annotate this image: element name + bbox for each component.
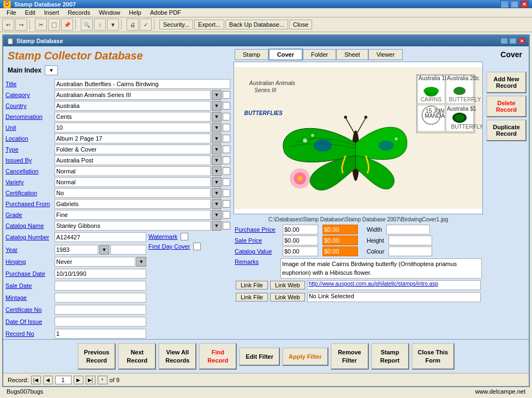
issued-by-checkbox[interactable] bbox=[223, 156, 230, 164]
certification-label[interactable]: Certification bbox=[5, 190, 53, 196]
menu-help[interactable]: Help bbox=[124, 8, 146, 17]
unit-dropdown[interactable]: ▼ bbox=[212, 123, 222, 132]
type-dropdown[interactable]: ▼ bbox=[212, 144, 222, 154]
certification-dropdown[interactable]: ▼ bbox=[212, 188, 222, 198]
tab-stamp[interactable]: Stamp bbox=[235, 49, 268, 60]
tab-folder[interactable]: Folder bbox=[303, 49, 336, 60]
year-input[interactable] bbox=[55, 245, 98, 255]
catalog-value-highlight[interactable]: $0.00 bbox=[322, 246, 358, 256]
title-label[interactable]: Title bbox=[5, 81, 53, 87]
type-checkbox[interactable] bbox=[223, 146, 230, 153]
menu-adobe[interactable]: Adobe PDF bbox=[146, 8, 186, 17]
first-day-cover-label[interactable]: First Day Cover bbox=[148, 243, 190, 250]
grade-value[interactable]: Fine bbox=[55, 210, 211, 220]
unit-checkbox[interactable] bbox=[223, 124, 230, 131]
watermark-checkbox[interactable] bbox=[181, 233, 188, 240]
record-no-input[interactable] bbox=[55, 329, 146, 339]
find-record-btn[interactable]: Find Record bbox=[199, 343, 237, 370]
link-file-btn-2[interactable]: Link File bbox=[236, 293, 268, 301]
next-record-btn[interactable]: Next Record bbox=[118, 343, 156, 370]
print-btn[interactable]: 🖨 bbox=[127, 19, 139, 31]
category-label[interactable]: Category bbox=[5, 92, 53, 98]
remove-filter-btn[interactable]: Remove Filter bbox=[331, 343, 369, 370]
hinging-label[interactable]: Hinging bbox=[5, 258, 53, 265]
height-label[interactable]: Height bbox=[367, 237, 384, 244]
record-no-label[interactable]: Record No bbox=[5, 330, 53, 337]
purchase-price-label[interactable]: Purchase Price bbox=[235, 226, 278, 233]
spellcheck-btn[interactable]: ✓ bbox=[140, 19, 152, 31]
location-label[interactable]: Location bbox=[5, 135, 53, 142]
location-dropdown[interactable]: ▼ bbox=[212, 134, 222, 143]
delete-record-btn[interactable]: Delete Record bbox=[486, 95, 527, 117]
hinging-dropdown[interactable]: ▼ bbox=[136, 257, 146, 267]
colour-value[interactable] bbox=[388, 246, 432, 256]
denomination-value[interactable]: Cents bbox=[55, 112, 211, 122]
cancellation-checkbox[interactable] bbox=[223, 167, 230, 175]
sale-price-label[interactable]: Sale Price bbox=[235, 237, 278, 244]
inner-minimize-btn[interactable]: _ bbox=[500, 38, 508, 44]
sale-date-label[interactable]: Sale Date bbox=[5, 282, 53, 289]
catalog-number-label[interactable]: Catalog Number bbox=[5, 234, 53, 240]
issued-by-label[interactable]: Issued By bbox=[5, 157, 53, 164]
catalog-name-label[interactable]: Catalog Name bbox=[5, 222, 53, 229]
toolbar-close-btn[interactable]: Close bbox=[289, 20, 312, 29]
certification-value[interactable]: No bbox=[55, 188, 211, 198]
colour-label[interactable]: Colour bbox=[367, 248, 384, 255]
unit-value[interactable]: 10 bbox=[55, 123, 211, 132]
view-all-records-btn[interactable]: View All Records bbox=[158, 343, 196, 370]
certificate-no-label[interactable]: Certificate No bbox=[5, 306, 53, 313]
grade-label[interactable]: Grade bbox=[5, 212, 53, 218]
catalog-name-checkbox[interactable] bbox=[223, 222, 230, 230]
catalog-number-input[interactable] bbox=[55, 232, 146, 242]
purchase-date-label[interactable]: Purchase Date bbox=[5, 270, 53, 277]
security-btn[interactable]: Security... bbox=[159, 20, 193, 29]
grade-checkbox[interactable] bbox=[223, 211, 230, 219]
country-value[interactable]: Australia bbox=[55, 101, 211, 111]
variety-label[interactable]: Variety bbox=[5, 179, 53, 185]
add-new-record-btn[interactable]: Add New Record bbox=[486, 71, 527, 93]
export-btn[interactable]: Export... bbox=[194, 20, 224, 29]
purchase-price-highlight[interactable]: $0.00 bbox=[322, 225, 358, 234]
remarks-value[interactable]: Image of the male Cairns Birdwing butter… bbox=[280, 258, 482, 279]
watermark-label[interactable]: Watermark bbox=[148, 233, 177, 240]
year-extra-input[interactable] bbox=[110, 245, 146, 255]
close-btn[interactable]: ✕ bbox=[520, 1, 529, 8]
record-new-btn[interactable]: * bbox=[98, 376, 107, 384]
record-current-input[interactable] bbox=[55, 376, 71, 384]
category-value[interactable]: Australian Animals Series III bbox=[55, 90, 211, 100]
purchased-from-dropdown[interactable]: ▼ bbox=[212, 199, 222, 209]
paste-btn[interactable]: 📌 bbox=[61, 19, 73, 31]
minimize-btn[interactable]: _ bbox=[500, 1, 509, 8]
cancellation-dropdown[interactable]: ▼ bbox=[212, 166, 222, 176]
date-of-issue-input[interactable] bbox=[55, 317, 146, 327]
apply-filter-btn[interactable]: Apply Filter bbox=[282, 347, 328, 366]
mintage-input[interactable] bbox=[55, 293, 146, 303]
location-checkbox[interactable] bbox=[223, 135, 230, 142]
category-dropdown[interactable]: ▼ bbox=[212, 90, 222, 100]
catalog-value-label[interactable]: Catalog Value bbox=[235, 248, 278, 255]
record-last-btn[interactable]: ▶| bbox=[86, 376, 95, 384]
certificate-no-input[interactable] bbox=[55, 305, 146, 315]
grade-dropdown[interactable]: ▼ bbox=[212, 210, 222, 220]
record-first-btn[interactable]: |◀ bbox=[31, 376, 41, 384]
date-of-issue-label[interactable]: Date Of Issue bbox=[5, 318, 53, 325]
cancellation-value[interactable]: Normal bbox=[55, 166, 211, 176]
location-value[interactable]: Album 2 Page 17 bbox=[55, 134, 211, 143]
tab-cover[interactable]: Cover bbox=[268, 49, 303, 61]
variety-value[interactable]: Normal bbox=[55, 177, 211, 187]
width-label[interactable]: Width bbox=[367, 226, 382, 233]
record-next-btn[interactable]: ▶ bbox=[74, 376, 83, 384]
close-form-btn[interactable]: Close This Form bbox=[411, 343, 455, 370]
variety-dropdown[interactable]: ▼ bbox=[212, 177, 222, 187]
inner-close-btn[interactable]: ✕ bbox=[518, 38, 525, 44]
link-url-1[interactable]: http://www.auspost.com.au/philatelic/sta… bbox=[307, 280, 481, 290]
link-web-btn-2[interactable]: Link Web bbox=[270, 293, 305, 301]
purchase-price-value[interactable]: $0.00 bbox=[283, 225, 318, 234]
catalog-name-dropdown[interactable]: ▼ bbox=[212, 221, 222, 231]
record-prev-btn[interactable]: ◀ bbox=[43, 376, 53, 384]
menu-file[interactable]: File bbox=[2, 8, 21, 17]
remarks-label[interactable]: Remarks bbox=[235, 258, 278, 265]
cut-btn[interactable]: ✂ bbox=[35, 19, 47, 31]
copy-btn[interactable]: 📋 bbox=[48, 19, 60, 31]
link-file-btn-1[interactable]: Link File bbox=[236, 281, 268, 290]
